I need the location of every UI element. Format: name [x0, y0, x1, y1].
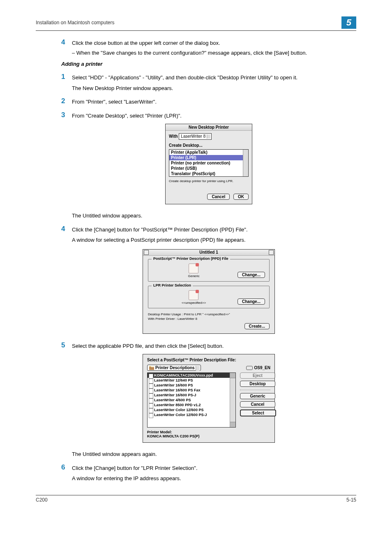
printer-model-value: KONICA MINOLTA C200 PS(P): [147, 434, 200, 438]
printer-type-option[interactable]: Printer (no printer connection): [169, 160, 248, 166]
window-resize-icon[interactable]: [269, 250, 274, 255]
dialog-heading: Select a PostScript™ Printer Description…: [147, 358, 270, 362]
select-ppd-dialog: Select a PostScript™ Printer Description…: [143, 354, 275, 443]
step-text: From "Create Desktop", select "Printer (…: [72, 111, 182, 120]
cancel-button[interactable]: Cancel: [240, 401, 275, 407]
group-legend: PostScript™ Printer Description (PPD) Fi…: [152, 257, 230, 261]
dialog-title: New Desktop Printer: [166, 124, 252, 131]
step-number: 4: [61, 38, 72, 46]
lpr-printer-icon: [189, 290, 198, 300]
ppd-file-item[interactable]: KONICAMINOLTAC200UVxxx.ppd: [148, 373, 235, 378]
ppd-file-icon: [189, 264, 198, 273]
ppd-file-item[interactable]: LaserWriter Color 12/600 PS-J: [148, 412, 235, 417]
drive-label: OS9_EN: [246, 365, 270, 370]
step-text: Select "HDD" - "Applications" - "Utility…: [72, 73, 297, 82]
eject-button[interactable]: Eject: [240, 372, 275, 379]
scrollbar[interactable]: [243, 150, 248, 176]
printer-type-option[interactable]: Translator (PostScript): [169, 171, 248, 176]
printer-type-listbox[interactable]: Printer (AppleTalk)Printer (LPR)Printer …: [169, 149, 249, 177]
printer-model-label: Printer Model:: [147, 430, 172, 434]
desktop-button[interactable]: Desktop: [240, 381, 275, 387]
folder-icon: [149, 366, 154, 370]
ppd-file-item[interactable]: LaserWriter 8500 PPD v1.2: [148, 402, 235, 407]
ppd-value: Generic: [188, 274, 199, 278]
dialog-title: Untitled 1: [149, 250, 269, 254]
ppd-file-item[interactable]: LaserWriter 12/640 PS: [148, 378, 235, 383]
generic-button[interactable]: Generic: [240, 393, 275, 399]
step-number: 3: [61, 111, 72, 119]
header-divider: [36, 30, 356, 31]
ppd-file-item[interactable]: LaserWriter 16/600 PS: [148, 383, 235, 388]
header-section-title: Installation on Macintosh computers: [36, 20, 114, 25]
lpr-value: <<unspecified>>: [182, 301, 206, 305]
step-text: Select the applicable PPD file, and then…: [72, 341, 224, 350]
step-subnote: – When the "Save changes to the current …: [61, 49, 356, 57]
step-result: A window for entering the IP address app…: [61, 474, 356, 483]
adding-printer-heading: Adding a printer: [61, 61, 356, 67]
step-number: 4: [61, 225, 72, 233]
step-number: 1: [61, 73, 72, 81]
change-ppd-button[interactable]: Change...: [238, 272, 265, 278]
footer-model: C200: [36, 497, 48, 503]
ppd-file-item[interactable]: LaserWriter 16/600 PS Fax: [148, 388, 235, 393]
usage-text: Desktop Printer Usage : Print to LPR " <…: [148, 312, 270, 316]
ppd-file-item[interactable]: LaserWriter 16/600 PS-J: [148, 393, 235, 398]
step-result: The New Desktop Printer window appears.: [61, 84, 356, 92]
ok-button[interactable]: OK: [233, 194, 249, 200]
create-button[interactable]: Create...: [244, 323, 270, 329]
step-number: 5: [61, 341, 72, 349]
ppd-file-item[interactable]: LaserWriter 4/600 PS: [148, 398, 235, 402]
result-text: The Untitled window appears again.: [61, 450, 356, 458]
button-divider: [240, 390, 270, 390]
listbox-hint: Create desktop printer for printer using…: [169, 179, 249, 183]
group-legend: LPR Printer Selection: [152, 283, 193, 287]
ppd-file-group: PostScript™ Printer Description (PPD) Fi…: [148, 259, 270, 282]
step-text: Click the [Change] button for "PostScrip…: [72, 225, 248, 234]
ppd-file-list[interactable]: KONICAMINOLTAC200UVxxx.ppdLaserWriter 12…: [147, 372, 236, 428]
step-text: Click the [Change] button for "LPR Print…: [72, 463, 198, 472]
step-result: A window for selecting a PostScript prin…: [61, 236, 356, 244]
scrollbar[interactable]: [230, 373, 235, 427]
step-text: From "Printer", select "LaserWriter".: [72, 97, 157, 106]
location-dropdown[interactable]: Printer Descriptions: [147, 365, 201, 371]
footer-page-number: 5-15: [346, 497, 356, 503]
cancel-button[interactable]: Cancel: [207, 194, 230, 200]
disk-icon: [246, 366, 253, 370]
chapter-number-badge: 5: [341, 16, 356, 29]
untitled-dialog: Untitled 1 PostScript™ Printer Descripti…: [143, 249, 275, 334]
select-button[interactable]: Select: [240, 409, 276, 416]
new-desktop-printer-dialog: New Desktop Printer With LaserWriter 8 C…: [165, 124, 252, 204]
printer-type-option[interactable]: Printer (LPR): [169, 155, 248, 160]
step-number: 6: [61, 463, 72, 472]
step-number: 2: [61, 97, 72, 105]
window-close-icon[interactable]: [144, 250, 149, 255]
driver-text: With Printer Driver : LaserWriter 8: [148, 317, 270, 321]
step-text: Click the close button at the upper left…: [72, 38, 220, 47]
create-desktop-label: Create Desktop...: [169, 143, 249, 148]
ppd-file-item[interactable]: LaserWriter Color 12/600 PS: [148, 407, 235, 412]
result-text: The Untitled window appears.: [61, 212, 356, 220]
with-dropdown[interactable]: LaserWriter 8: [179, 133, 212, 140]
printer-type-option[interactable]: Printer (AppleTalk): [169, 150, 248, 155]
with-label: With: [169, 134, 178, 139]
lpr-selection-group: LPR Printer Selection <<unspecified>> Ch…: [148, 286, 270, 308]
printer-type-option[interactable]: Printer (USB): [169, 166, 248, 171]
change-lpr-button[interactable]: Change...: [238, 298, 265, 305]
